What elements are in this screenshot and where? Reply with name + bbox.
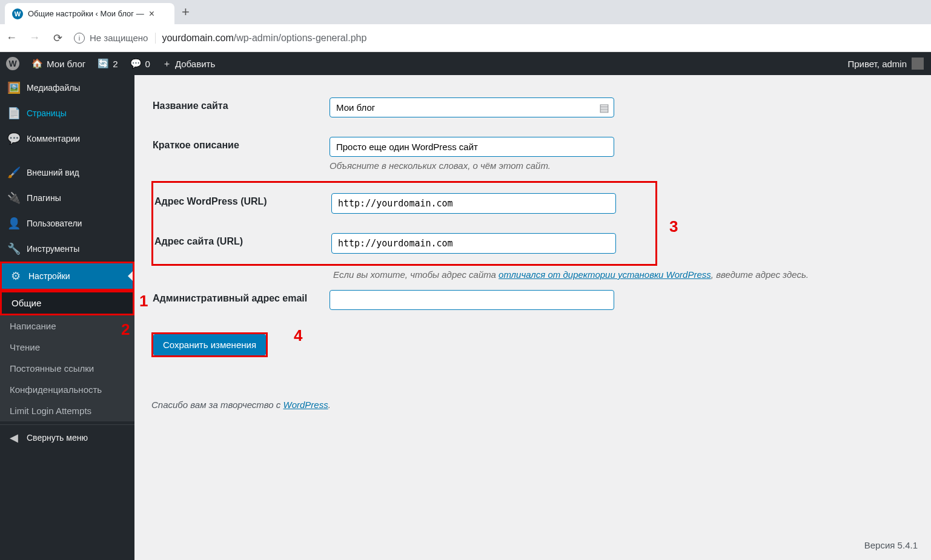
home-icon: 🏠 xyxy=(31,58,43,69)
insecure-label: Не защищено xyxy=(90,33,148,43)
tagline-label: Краткое описание xyxy=(153,128,322,180)
submenu-item-writing[interactable]: Написание xyxy=(0,315,134,337)
tab-title: Общие настройки ‹ Мои блог — xyxy=(28,9,144,18)
wp-url-label: Адрес WordPress (URL) xyxy=(154,184,324,223)
info-icon: i xyxy=(74,33,85,44)
sidebar-item-appearance[interactable]: 🖌️ Внешний вид xyxy=(0,160,134,185)
sidebar-item-comments[interactable]: 💬 Комментарии xyxy=(0,126,134,151)
comments-icon: 💬 xyxy=(7,132,21,145)
plus-icon: ＋ xyxy=(162,58,171,70)
annotation-box-1: ⚙ Настройки xyxy=(0,262,134,291)
annotation-box-2: Общие xyxy=(0,291,134,315)
avatar-icon xyxy=(912,58,924,70)
users-icon: 👤 xyxy=(7,217,21,230)
annotation-number-4: 4 xyxy=(294,326,302,345)
annotation-box-3: Адрес WordPress (URL) Адрес сайта (URL) xyxy=(151,181,657,266)
sidebar-item-plugins[interactable]: 🔌 Плагины xyxy=(0,185,134,211)
site-url-description: Если вы хотите, чтобы адрес сайта отлича… xyxy=(333,269,914,280)
wordpress-logo-icon: W xyxy=(6,57,19,70)
footer-thanks: Спасибо вам за творчество с WordPress. xyxy=(151,400,914,410)
annotation-box-4: Сохранить изменения xyxy=(151,332,268,357)
submenu-item-limit-login[interactable]: Limit Login Attempts xyxy=(0,400,134,421)
settings-form: Название сайта ▤ Краткое описание Объясн… xyxy=(151,87,914,181)
wp-url-input[interactable] xyxy=(331,193,616,214)
media-icon: 🖼️ xyxy=(7,81,21,94)
browser-chrome: W Общие настройки ‹ Мои блог — × + ← → ⟳… xyxy=(0,0,931,52)
annotation-number-2: 2 xyxy=(121,320,130,339)
update-icon: 🔄 xyxy=(98,58,109,69)
tab-bar: W Общие настройки ‹ Мои блог — × + xyxy=(0,0,931,24)
submenu-item-reading[interactable]: Чтение xyxy=(0,337,134,358)
updates-link[interactable]: 🔄 2 xyxy=(91,52,124,75)
chevron-left-icon: ◀ xyxy=(7,431,21,444)
admin-sidebar: 🖼️ Медиафайлы 📄 Страницы 💬 Комментарии 🖌… xyxy=(0,75,134,560)
site-title-label: Название сайта xyxy=(153,88,322,127)
plugins-icon: 🔌 xyxy=(7,191,21,205)
browser-tab[interactable]: W Общие настройки ‹ Мои блог — × xyxy=(5,3,174,24)
url-domain: yourdomain.com xyxy=(162,33,233,43)
wp-logo-menu[interactable]: W xyxy=(0,52,25,75)
wp-admin-bar: W 🏠 Мои блог 🔄 2 💬 0 ＋ Добавить Привет, … xyxy=(0,52,931,75)
add-new-link[interactable]: ＋ Добавить xyxy=(156,52,221,75)
admin-email-label: Административный адрес email xyxy=(153,281,322,319)
appearance-icon: 🖌️ xyxy=(7,166,21,179)
submenu-item-privacy[interactable]: Конфиденциальность xyxy=(0,379,134,400)
tools-icon: 🔧 xyxy=(7,242,21,255)
sidebar-item-tools[interactable]: 🔧 Инструменты xyxy=(0,236,134,262)
new-tab-button[interactable]: + xyxy=(182,4,190,20)
url-path: /wp-admin/options-general.php xyxy=(234,33,367,43)
submenu-item-permalinks[interactable]: Постоянные ссылки xyxy=(0,358,134,379)
site-url-label: Адрес сайта (URL) xyxy=(154,224,324,263)
comments-link[interactable]: 💬 0 xyxy=(124,52,156,75)
pages-icon: 📄 xyxy=(7,107,21,120)
save-button[interactable]: Сохранить изменения xyxy=(153,334,266,355)
comment-icon: 💬 xyxy=(130,58,142,69)
annotation-number-3: 3 xyxy=(669,217,678,236)
close-tab-icon[interactable]: × xyxy=(149,8,154,19)
version-label: Версия 5.4.1 xyxy=(864,540,918,550)
sidebar-item-settings[interactable]: ⚙ Настройки xyxy=(2,263,133,289)
tagline-description: Объясните в нескольких словах, о чём это… xyxy=(330,160,907,171)
favicon-icon: W xyxy=(12,8,23,19)
settings-submenu: Общие Написание Чтение Постоянные ссылки… xyxy=(0,291,134,421)
admin-email-input[interactable] xyxy=(330,290,614,310)
card-icon: ▤ xyxy=(599,101,609,114)
settings-icon: ⚙ xyxy=(9,269,22,283)
sidebar-item-pages[interactable]: 📄 Страницы xyxy=(0,100,134,126)
browser-nav-bar: ← → ⟳ i Не защищено yourdomain.com/wp-ad… xyxy=(0,24,931,52)
site-url-input[interactable] xyxy=(331,233,616,254)
sidebar-item-media[interactable]: 🖼️ Медиафайлы xyxy=(0,75,134,100)
site-name-link[interactable]: 🏠 Мои блог xyxy=(25,52,91,75)
reload-button[interactable]: ⟳ xyxy=(51,31,64,45)
site-title-input[interactable] xyxy=(330,97,614,117)
forward-button[interactable]: → xyxy=(28,31,41,44)
insecure-indicator[interactable]: i Не защищено xyxy=(74,33,156,44)
wordpress-link[interactable]: WordPress xyxy=(283,400,328,410)
back-button[interactable]: ← xyxy=(5,31,18,44)
content-area: Название сайта ▤ Краткое описание Объясн… xyxy=(134,75,931,560)
submenu-item-general[interactable]: Общие xyxy=(2,292,133,314)
site-url-help-link[interactable]: отличался от директории установки WordPr… xyxy=(499,269,711,280)
collapse-menu[interactable]: ◀ Свернуть меню xyxy=(0,425,134,450)
user-menu[interactable]: Привет, admin xyxy=(847,58,931,70)
sidebar-item-users[interactable]: 👤 Пользователи xyxy=(0,211,134,236)
url-bar[interactable]: i Не защищено yourdomain.com/wp-admin/op… xyxy=(74,33,926,44)
tagline-input[interactable] xyxy=(330,137,614,157)
